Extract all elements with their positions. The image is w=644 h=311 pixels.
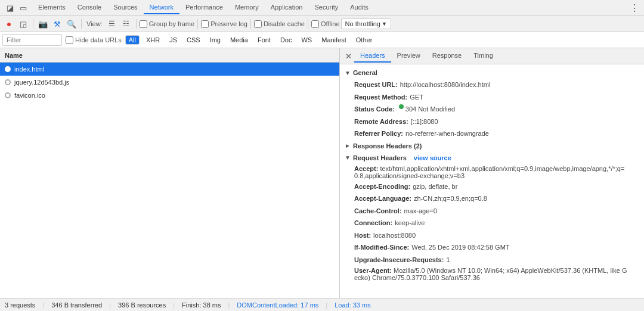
offline-checkbox[interactable] [311, 20, 319, 28]
remote-address-key: Remote Address: [354, 117, 408, 127]
filter-js[interactable]: JS [166, 36, 180, 44]
record-stop-btn[interactable]: ● [2, 17, 16, 30]
filter-doc[interactable]: Doc [277, 36, 295, 44]
requests-count: 3 requests [5, 301, 35, 309]
filter-font[interactable]: Font [255, 36, 274, 44]
toolbar-sep-6 [308, 19, 308, 29]
group-by-frame-item[interactable]: Group by frame [140, 20, 194, 28]
tab-console[interactable]: Console [72, 1, 107, 14]
hide-data-urls-checkbox[interactable] [66, 36, 73, 44]
load-time[interactable]: Load: 33 ms [335, 301, 371, 309]
response-headers-section[interactable]: ► Response Headers (2) [345, 140, 639, 152]
if-modified-since-key: If-Modified-Since: [354, 242, 409, 253]
request-url-val[interactable]: http://localhost:8080/index.html [400, 80, 491, 90]
view-large-icon[interactable]: ☷ [120, 17, 133, 30]
upgrade-insecure-val: 1 [446, 255, 450, 265]
group-by-frame-checkbox[interactable] [140, 20, 147, 28]
filter-css[interactable]: CSS [184, 36, 203, 44]
toolbar-sep-1 [33, 19, 33, 29]
preserve-log-checkbox[interactable] [201, 20, 209, 28]
tab-audits[interactable]: Audits [344, 1, 374, 14]
filter-xhr[interactable]: XHR [143, 36, 163, 44]
view-label: View: [86, 20, 103, 27]
cache-control-row: Cache-Control: max-age=0 [345, 205, 639, 217]
tab-application[interactable]: Application [265, 1, 309, 14]
filter-media[interactable]: Media [227, 36, 251, 44]
toolbar-sep-3 [136, 19, 137, 29]
status-sep-5: | [326, 301, 327, 309]
file-row-jquery[interactable]: jquery.12d543bd.js [0, 76, 339, 89]
throttle-arrow-icon: ▼ [382, 21, 387, 27]
request-headers-triangle-icon: ▼ [345, 154, 351, 161]
request-url-key: Request URL: [354, 80, 398, 90]
cache-control-val: max-age=0 [404, 206, 436, 216]
tab-preview[interactable]: Preview [391, 49, 426, 63]
tab-memory[interactable]: Memory [229, 1, 265, 14]
filter-ws[interactable]: WS [298, 36, 315, 44]
general-triangle-icon: ▼ [345, 70, 351, 76]
filter-manifest[interactable]: Manifest [318, 36, 349, 44]
accept-language-key: Accept-Language: [354, 194, 411, 204]
preserve-log-label: Preserve log [210, 20, 247, 27]
status-dot-icon [399, 104, 404, 109]
filter-btn[interactable]: ⚒ [51, 17, 64, 30]
if-modified-since-val: Wed, 25 Dec 2019 08:42:58 GMT [411, 242, 509, 253]
finish-time: Finish: 38 ms [182, 301, 221, 309]
tab-network[interactable]: Network [144, 1, 179, 14]
upgrade-insecure-row: Upgrade-Insecure-Requests: 1 [345, 254, 639, 266]
tab-response[interactable]: Response [426, 49, 468, 63]
filter-all-btn[interactable]: All [125, 35, 140, 45]
hide-data-urls-item[interactable]: Hide data URLs [66, 36, 122, 44]
search-btn[interactable]: 🔍 [65, 17, 78, 30]
file-name-index-html: index.html [14, 66, 44, 73]
file-row-favicon[interactable]: favicon.ico [0, 89, 339, 102]
clear-btn[interactable]: ◲ [17, 17, 30, 30]
referrer-policy-row: Referrer Policy: no-referrer-when-downgr… [345, 127, 639, 140]
resources-size: 396 B resources [118, 301, 166, 309]
request-headers-section-header[interactable]: ▼ Request Headers view source [345, 152, 639, 164]
top-tab-bar: ◪ ▭ Elements Console Sources Network Per… [0, 0, 644, 16]
tab-elements[interactable]: Elements [32, 1, 72, 14]
tab-performance[interactable]: Performance [179, 1, 229, 14]
accept-val: text/html,application/xhtml+xml,applicat… [354, 165, 624, 179]
camera-btn[interactable]: 📷 [36, 17, 49, 30]
devtools-icons: ◪ ▭ [5, 2, 29, 13]
filter-img[interactable]: Img [207, 36, 224, 44]
disable-cache-checkbox[interactable] [254, 20, 262, 28]
tab-timing[interactable]: Timing [467, 49, 499, 63]
inspect-icon[interactable]: ◪ [5, 2, 16, 13]
tab-security[interactable]: Security [308, 1, 344, 14]
user-agent-row: User-Agent: Mozilla/5.0 (Windows NT 10.0… [345, 266, 639, 282]
general-section-header[interactable]: ▼ General [345, 67, 639, 79]
accept-encoding-val: gzip, deflate, br [413, 182, 457, 192]
offline-item[interactable]: Offline [311, 20, 340, 28]
general-title: General [353, 69, 377, 76]
response-headers-triangle-icon: ► [345, 142, 351, 149]
more-options-icon[interactable]: ⋮ [630, 2, 639, 14]
tab-sources[interactable]: Sources [107, 1, 143, 14]
toolbar-sep-4 [197, 19, 198, 29]
upgrade-insecure-key: Upgrade-Insecure-Requests: [354, 255, 444, 265]
status-sep-4: | [228, 301, 230, 309]
device-icon[interactable]: ▭ [18, 2, 29, 13]
filter-other[interactable]: Other [353, 36, 376, 44]
accept-encoding-row: Accept-Encoding: gzip, deflate, br [345, 181, 639, 193]
throttle-dropdown[interactable]: No throttling ▼ [341, 18, 391, 29]
if-modified-since-row: If-Modified-Since: Wed, 25 Dec 2019 08:4… [345, 241, 639, 254]
referrer-policy-val: no-referrer-when-downgrade [405, 129, 489, 139]
connection-key: Connection: [354, 218, 392, 228]
disable-cache-item[interactable]: Disable cache [254, 20, 305, 28]
file-name-jquery: jquery.12d543bd.js [14, 79, 69, 86]
view-source-link[interactable]: view source [414, 154, 451, 161]
filter-input[interactable] [2, 34, 62, 46]
toolbar-sep-5 [250, 19, 251, 29]
dom-content-loaded[interactable]: DOMContentLoaded: 17 ms [237, 301, 318, 309]
response-headers-title: Response Headers (2) [353, 142, 422, 150]
file-row-index-html[interactable]: index.html [0, 63, 339, 76]
status-code-val: 304 Not Modified [405, 104, 455, 114]
tab-headers[interactable]: Headers [354, 49, 391, 63]
view-list-icon[interactable]: ☰ [106, 17, 119, 30]
main-area: Name index.html jquery.12d543bd.js favic… [0, 48, 644, 298]
close-detail-btn[interactable]: ✕ [342, 50, 354, 62]
preserve-log-item[interactable]: Preserve log [201, 20, 247, 28]
